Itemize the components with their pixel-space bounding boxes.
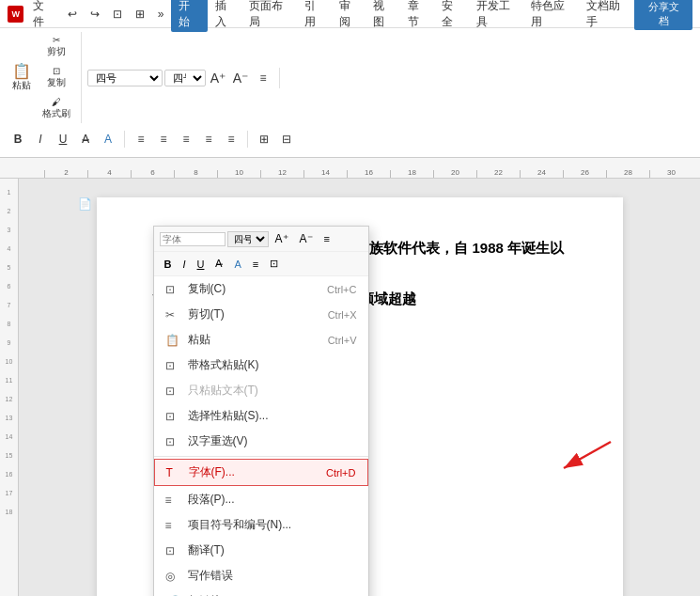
menu-special[interactable]: 特色应用 bbox=[525, 0, 579, 32]
cm-size-select[interactable]: 四号 bbox=[227, 231, 269, 247]
font-increase-button[interactable]: A⁺ bbox=[208, 68, 228, 88]
ruler-mark: 26 bbox=[563, 170, 606, 178]
align-center-button[interactable]: ≡ bbox=[153, 129, 174, 149]
menu-start[interactable]: 开始 bbox=[171, 0, 207, 32]
cm-underline-button[interactable]: U bbox=[193, 257, 210, 272]
bold-button[interactable]: B bbox=[8, 129, 28, 149]
cut-icon: ✂ bbox=[165, 308, 184, 322]
left-ruler-3: 3 bbox=[8, 220, 11, 239]
cm-font-label: 字体(F)... bbox=[189, 464, 327, 480]
cm-cut-label: 剪切(T) bbox=[188, 306, 328, 322]
menu-chapter[interactable]: 章节 bbox=[402, 0, 434, 32]
cm-translate-label: 翻译(T) bbox=[188, 542, 357, 558]
menu-more-icon[interactable]: » bbox=[152, 6, 170, 23]
cm-paste-special-label: 选择性粘贴(S)... bbox=[188, 408, 357, 424]
font-color-button[interactable]: A bbox=[98, 129, 118, 149]
cm-align-button[interactable]: ≡ bbox=[248, 257, 263, 272]
title-menu: 文件 ↩ ↪ ⊡ ⊞ » 开始 插入 页面布局 引用 审阅 视图 章节 安全 开… bbox=[27, 0, 634, 32]
menu-security[interactable]: 安全 bbox=[436, 0, 468, 32]
menu-file[interactable]: 文件 bbox=[27, 0, 59, 32]
clipboard-group: 📋 粘贴 ✂ 剪切 ⊡ 复制 🖌 格式刷 bbox=[8, 32, 82, 123]
menu-print-icon[interactable]: ⊞ bbox=[130, 6, 150, 23]
menu-view[interactable]: 视图 bbox=[367, 0, 399, 32]
cm-item-paste-special[interactable]: ⊡ 选择性粘贴(S)... bbox=[154, 403, 368, 429]
cm-item-paragraph[interactable]: ≡ 段落(P)... bbox=[154, 487, 368, 512]
cm-writing-error-label: 写作错误 bbox=[188, 568, 357, 584]
paragraph-spacing-button[interactable]: ≡ bbox=[253, 68, 273, 88]
cm-item-cut[interactable]: ✂ 剪切(T) Ctrl+X bbox=[154, 302, 368, 327]
ribbon-row1: 📋 粘贴 ✂ 剪切 ⊡ 复制 🖌 格式刷 宋体 bbox=[8, 32, 692, 123]
writing-error-icon: ◎ bbox=[165, 570, 184, 583]
ruler-mark: 30 bbox=[649, 170, 692, 178]
menu-reference[interactable]: 引用 bbox=[299, 0, 331, 32]
cm-item-hyperlink[interactable]: 🔗 超链接(H)... Ctrl+K bbox=[154, 588, 368, 596]
left-ruler-8: 8 bbox=[8, 314, 11, 333]
title-bar-left: W 文件 ↩ ↪ ⊡ ⊞ » 开始 插入 页面布局 引用 审阅 视图 章节 安全… bbox=[8, 0, 634, 32]
copy-icon: ⊡ bbox=[53, 66, 60, 76]
cm-item-bullets[interactable]: ≡ 项目符号和编号(N)... bbox=[154, 512, 368, 538]
cm-font-shortcut: Ctrl+D bbox=[326, 467, 355, 478]
font-group: 宋体 微软雅黑 四号 四号 三号 小四 A⁺ A⁻ ≡ bbox=[87, 68, 280, 88]
hanzi-icon: ⊡ bbox=[165, 435, 184, 448]
cm-item-font[interactable]: T 字体(F)... Ctrl+D bbox=[154, 459, 368, 486]
font-size-select[interactable]: 四号 三号 小四 bbox=[164, 70, 206, 86]
paste-label: 粘贴 bbox=[12, 79, 31, 92]
line-spacing-button[interactable]: ≡ bbox=[221, 129, 241, 149]
ruler: 2 4 6 8 10 12 14 16 18 20 22 24 26 28 30 bbox=[0, 158, 700, 179]
ruler-mark: 20 bbox=[433, 170, 476, 178]
cm-item-writing-error[interactable]: ◎ 写作错误 bbox=[154, 563, 368, 588]
menu-doc-helper[interactable]: 文档助手 bbox=[581, 0, 634, 32]
menu-page-layout[interactable]: 页面布局 bbox=[243, 0, 297, 32]
underline-button[interactable]: U bbox=[53, 129, 73, 149]
cut-icon: ✂ bbox=[53, 35, 60, 45]
ruler-mark: 14 bbox=[303, 170, 347, 178]
cut-button[interactable]: ✂ 剪切 bbox=[38, 32, 75, 61]
cm-item-paste-format[interactable]: ⊡ 带格式粘贴(K) bbox=[154, 353, 368, 378]
left-ruler: 1 2 3 4 5 6 7 8 9 10 11 12 13 14 15 16 1… bbox=[0, 179, 19, 596]
cm-bold-button[interactable]: B bbox=[160, 257, 177, 272]
copy-button[interactable]: ⊡ 复制 bbox=[38, 63, 75, 92]
ruler-mark: 4 bbox=[87, 170, 131, 178]
indent-decrease-button[interactable]: ⊟ bbox=[276, 129, 297, 149]
align-left-button[interactable]: ≡ bbox=[131, 129, 151, 149]
menu-redo-icon[interactable]: ↪ bbox=[85, 6, 105, 23]
justify-button[interactable]: ≡ bbox=[198, 129, 219, 149]
menu-undo-icon[interactable]: ↩ bbox=[62, 6, 83, 23]
cm-font-input[interactable] bbox=[160, 232, 226, 246]
font-decrease-button[interactable]: A⁻ bbox=[230, 68, 251, 88]
cm-toolbar-font-increase[interactable]: A⁺ bbox=[271, 230, 293, 247]
ruler-mark: 8 bbox=[174, 170, 217, 178]
cm-italic-button[interactable]: I bbox=[178, 257, 190, 272]
indent-increase-button[interactable]: ⊞ bbox=[254, 129, 274, 149]
cm-font-color-button[interactable]: A bbox=[229, 257, 245, 272]
format-paint-button[interactable]: 🖌 格式刷 bbox=[38, 94, 75, 123]
doc-area: 📄 LEaWPS 是我国自主知识产权的民族软件代表，自 1988 年诞生以来， … bbox=[19, 179, 700, 596]
cm-toolbar-font-decrease[interactable]: A⁻ bbox=[295, 230, 318, 247]
left-ruler-15: 15 bbox=[6, 446, 13, 464]
menu-insert[interactable]: 插入 bbox=[210, 0, 241, 32]
italic-button[interactable]: I bbox=[30, 129, 51, 149]
menu-dev-tools[interactable]: 开发工具 bbox=[471, 0, 524, 32]
left-ruler-5: 5 bbox=[8, 258, 11, 276]
ruler-mark: 12 bbox=[260, 170, 303, 178]
doc-page: 📄 LEaWPS 是我国自主知识产权的民族软件代表，自 1988 年诞生以来， … bbox=[97, 197, 623, 596]
cm-item-paste[interactable]: 📋 粘贴 Ctrl+V bbox=[154, 327, 368, 353]
cm-item-hanzi[interactable]: ⊡ 汉字重选(V) bbox=[154, 429, 368, 454]
strikethrough-button[interactable]: A̶ bbox=[75, 129, 96, 149]
cm-strikethrough-button[interactable]: A̶ bbox=[210, 256, 227, 272]
cm-toolbar-line-spacing[interactable]: ≡ bbox=[319, 231, 334, 246]
cm-item-copy[interactable]: ⊡ 复制(C) Ctrl+C bbox=[154, 276, 368, 302]
cm-item-translate[interactable]: ⊡ 翻译(T) bbox=[154, 538, 368, 563]
left-ruler-9: 9 bbox=[8, 333, 11, 352]
cm-indent-button[interactable]: ⊡ bbox=[265, 256, 283, 272]
copy-label: 复制 bbox=[47, 76, 66, 89]
share-button[interactable]: 分享文档 bbox=[634, 0, 692, 30]
menu-save-icon[interactable]: ⊡ bbox=[107, 6, 128, 23]
paste-button[interactable]: 📋 粘贴 bbox=[8, 61, 36, 95]
cm-paste-shortcut: Ctrl+V bbox=[328, 335, 357, 346]
font-icon: T bbox=[166, 466, 185, 479]
align-right-button[interactable]: ≡ bbox=[176, 129, 196, 149]
ribbon: 📋 粘贴 ✂ 剪切 ⊡ 复制 🖌 格式刷 宋体 bbox=[0, 28, 700, 158]
menu-review[interactable]: 审阅 bbox=[334, 0, 366, 32]
font-name-select[interactable]: 宋体 微软雅黑 四号 bbox=[87, 70, 163, 86]
